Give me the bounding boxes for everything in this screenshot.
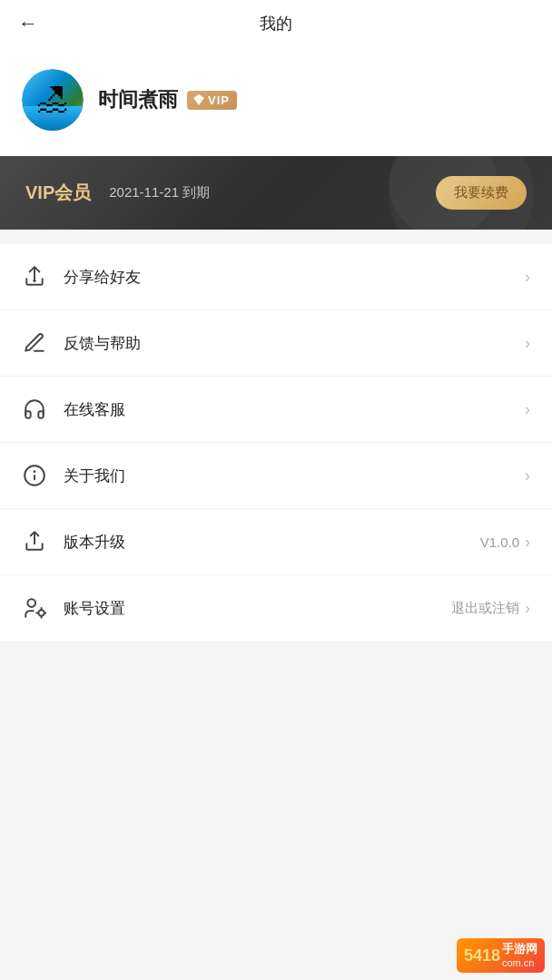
username: 时间煮雨 [98,86,178,113]
chevron-icon: › [525,401,530,417]
user-settings-icon [22,595,47,621]
svg-point-2 [33,279,35,282]
service-right: › [525,401,530,417]
account-right: 退出或注销 › [451,600,530,617]
vip-expiry: 2021-11-21 到期 [109,184,210,201]
headphones-icon [22,397,47,422]
watermark-number: 5418 [464,947,500,964]
chevron-icon: › [525,467,530,484]
feedback-icon [22,330,47,356]
watermark-line1: 手游网 [502,942,537,957]
svg-point-6 [27,599,35,607]
avatar-image [22,69,84,131]
vip-card-left: VIP会员 2021-11-21 到期 [25,181,210,205]
chevron-icon: › [525,269,530,285]
share-label: 分享给好友 [64,267,525,288]
share-icon [22,264,47,289]
menu-item-account[interactable]: 账号设置 退出或注销 › [0,575,552,641]
vip-renew-button[interactable]: 我要续费 [436,176,527,210]
chevron-icon: › [525,600,530,616]
menu-item-share[interactable]: 分享给好友 › [0,244,552,310]
account-label: 账号设置 [64,598,451,619]
back-button[interactable]: ← [18,12,38,35]
chevron-icon: › [525,534,530,550]
profile-section: 时间煮雨 VIP [0,47,552,156]
about-label: 关于我们 [64,466,525,486]
about-right: › [525,467,530,484]
page-title: 我的 [260,13,292,34]
profile-info: 时间煮雨 VIP [98,86,237,113]
service-label: 在线客服 [64,399,525,420]
update-right: V1.0.0 › [480,534,530,550]
menu-list: 分享给好友 › 反馈与帮助 › 在线客服 › [0,244,552,641]
menu-item-about[interactable]: 关于我们 › [0,443,552,509]
menu-item-feedback[interactable]: 反馈与帮助 › [0,310,552,377]
share-right: › [525,269,530,285]
vip-badge: VIP [187,91,237,110]
watermark: 5418 手游网 com.cn [457,938,545,973]
diamond-icon [192,93,205,106]
account-action: 退出或注销 [451,600,519,617]
header: ← 我的 [0,0,552,47]
menu-item-update[interactable]: 版本升级 V1.0.0 › [0,509,552,575]
vip-label: VIP [208,93,230,107]
update-version: V1.0.0 [480,534,519,550]
vip-card-label: VIP会员 [25,181,91,205]
svg-marker-1 [193,94,204,99]
chevron-icon: › [525,335,530,351]
upload-icon [22,529,47,554]
avatar[interactable] [22,69,84,131]
info-icon [22,463,47,488]
update-label: 版本升级 [64,532,480,553]
feedback-label: 反馈与帮助 [64,333,525,354]
vip-card: VIP会员 2021-11-21 到期 我要续费 [0,156,552,230]
menu-item-service[interactable]: 在线客服 › [0,377,552,443]
watermark-line2: com.cn [502,957,537,969]
feedback-right: › [525,335,530,351]
